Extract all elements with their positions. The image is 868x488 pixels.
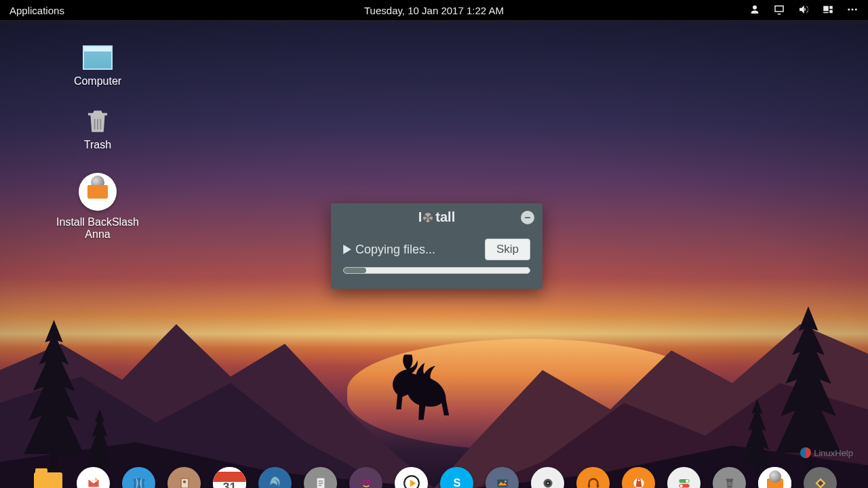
svg-point-2 [855,8,857,10]
installer-icon [79,173,117,211]
top-menu-bar: Applications Tuesday, 10 Jan 2017 1:22 A… [0,0,868,20]
dock-photos[interactable] [486,467,519,489]
dock-settings[interactable] [667,467,701,489]
svg-point-12 [182,481,185,483]
svg-text:S: S [453,476,460,488]
svg-point-0 [848,8,850,10]
desktop-icon-computer[interactable]: Computer [43,45,152,87]
display-icon[interactable] [773,3,785,18]
svg-point-40 [686,480,688,483]
more-icon[interactable] [846,3,859,18]
svg-point-20 [368,481,369,483]
spinner-icon [422,211,434,224]
dock-text-editor[interactable] [304,467,337,489]
dock-headphones[interactable] [576,467,610,489]
dock-gaming[interactable] [349,467,382,489]
dock-software[interactable] [622,467,655,489]
clock[interactable]: Tuesday, 10 Jan 2017 1:22 AM [364,5,504,16]
user-icon[interactable] [749,3,761,18]
dock-files[interactable] [31,467,64,489]
dock-camera[interactable] [531,467,564,489]
progress-bar [343,267,530,274]
svg-point-42 [679,485,682,487]
dock-contacts[interactable] [167,467,201,489]
expand-icon[interactable] [343,245,351,254]
desktop-icon-label: Install BackSlash Anna [43,216,152,241]
linuxhelp-icon [800,447,811,458]
svg-rect-34 [587,484,589,487]
desktop-icon-trash[interactable]: Trash [43,109,152,151]
dock-mail[interactable] [77,467,110,489]
dialog-titlebar[interactable]: Itall – [331,203,542,230]
svg-point-32 [547,483,549,485]
dock-installer[interactable] [758,467,791,489]
desktop-icon-install[interactable]: Install BackSlash Anna [43,173,152,241]
trash-icon [83,109,113,134]
progress-fill [344,268,366,273]
dock-calendar[interactable]: 31 [213,467,246,489]
workspaces-icon[interactable] [822,3,834,18]
status-text: Copying files... [355,243,435,257]
svg-point-33 [585,474,602,488]
minimize-button[interactable]: – [521,211,534,224]
dock-browser[interactable] [122,467,155,489]
dock: 31S [0,461,868,488]
volume-icon[interactable] [797,3,810,18]
desktop-icon-label: Trash [84,139,111,151]
systray [749,3,868,18]
dock-updater[interactable] [804,467,837,489]
computer-icon [83,45,113,70]
install-dialog: Itall – Copying files... Skip [331,203,542,289]
dialog-title: Itall [418,209,455,225]
svg-point-16 [357,474,375,488]
dock-skype[interactable]: S [440,467,473,489]
svg-rect-44 [726,479,733,481]
skip-button[interactable]: Skip [485,239,530,260]
desktop-icon-label: Computer [74,75,121,87]
watermark: LinuxHelp [800,447,853,458]
applications-menu[interactable]: Applications [0,5,64,16]
svg-point-1 [852,8,854,10]
svg-rect-11 [181,479,188,488]
svg-point-19 [363,481,364,483]
dock-trash[interactable] [713,467,746,489]
svg-point-28 [505,481,507,483]
dock-media-player[interactable] [395,467,428,489]
svg-rect-35 [596,484,598,487]
dock-google-earth[interactable] [258,467,292,489]
